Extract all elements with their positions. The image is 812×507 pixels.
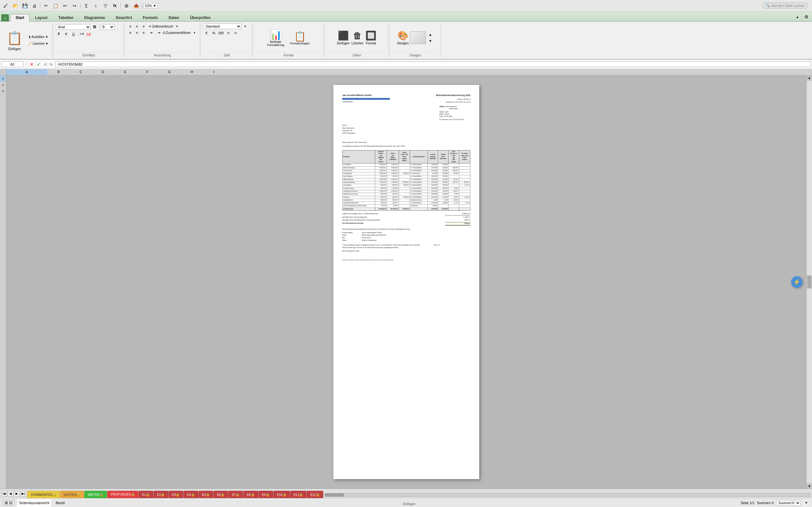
italic-button[interactable]: K bbox=[63, 31, 69, 37]
h-scroll-thumb[interactable] bbox=[325, 493, 344, 497]
col-header-f[interactable]: F bbox=[136, 69, 159, 75]
align-top-right[interactable]: ≡ bbox=[141, 23, 147, 29]
redo-button[interactable]: ↪ bbox=[70, 1, 79, 10]
tab-start[interactable]: Start bbox=[10, 14, 30, 21]
sheet-tab-stammdaten[interactable]: STAMMDATEN🔒 bbox=[27, 491, 60, 498]
fx-button[interactable]: fx bbox=[110, 1, 119, 10]
insert-button[interactable]: 📋 bbox=[3, 30, 26, 47]
align-bottom-right[interactable]: ≡ bbox=[141, 30, 147, 36]
indent-increase[interactable]: ⇥ bbox=[156, 30, 162, 36]
search-bar[interactable]: 🔍 Auf dem Blatt suchen bbox=[762, 3, 808, 9]
sheet-tab-e11[interactable]: E11🔒 bbox=[290, 491, 307, 498]
indent-decrease[interactable]: ⇤ bbox=[149, 30, 155, 36]
col-header-a[interactable]: A bbox=[6, 69, 48, 75]
sheet-tab-e12[interactable]: E12🔒 bbox=[307, 491, 323, 498]
tab-diagramme[interactable]: Diagramme bbox=[79, 14, 110, 21]
sheet-tab-e7[interactable]: E7🔒 bbox=[229, 491, 243, 498]
row-num-1[interactable]: 1 bbox=[0, 75, 6, 82]
formula-cancel-btn[interactable]: ✕ bbox=[29, 61, 35, 67]
font-color-btn[interactable]: A▼ bbox=[86, 31, 92, 37]
col-header-d[interactable]: D bbox=[92, 69, 114, 75]
horizontal-scrollbar[interactable] bbox=[324, 493, 811, 497]
sum-button[interactable]: Σ bbox=[82, 1, 91, 10]
thousands-btn[interactable]: 000 bbox=[218, 30, 224, 36]
sheet-tab-e1[interactable]: E1🔒 bbox=[139, 491, 153, 498]
sheet-tab-e5[interactable]: E5🔒 bbox=[199, 491, 213, 498]
filter-button[interactable]: ▽ bbox=[101, 1, 110, 10]
sheet-last-btn[interactable]: ▶| bbox=[20, 491, 26, 497]
undo-button[interactable]: ↩ bbox=[61, 1, 69, 10]
cell-reference[interactable] bbox=[1, 61, 23, 67]
sheet-tab-e8[interactable]: E8🔒 bbox=[243, 491, 258, 498]
font-bold-btn[interactable]: B bbox=[92, 23, 99, 30]
sheet-tab-mieter[interactable]: MIETER🔒 bbox=[84, 491, 107, 498]
col-header-h[interactable]: H bbox=[181, 69, 203, 75]
font-family-select[interactable]: Arial bbox=[56, 24, 91, 30]
sheet-first-btn[interactable]: |◀ bbox=[1, 491, 7, 497]
cells-delete-btn[interactable]: 🗑 Löschen bbox=[351, 31, 363, 45]
sheet-tab-e6[interactable]: E6🔒 bbox=[213, 491, 228, 498]
new-button[interactable]: 🖊 bbox=[1, 1, 10, 10]
table-button[interactable]: ⊞ bbox=[122, 1, 131, 10]
sheet-tab-pruefungen[interactable]: PRÜFUNGEN🔒 bbox=[107, 491, 138, 498]
sheet-prev-btn[interactable]: ◀ bbox=[8, 491, 13, 497]
wrap-dropdown[interactable]: ▼ bbox=[174, 23, 180, 29]
sheet-tab-e4[interactable]: E4🔒 bbox=[183, 491, 198, 498]
ribbon-options-btn[interactable]: ⚙ bbox=[802, 12, 811, 21]
percent-btn[interactable]: % bbox=[211, 30, 217, 36]
bold-button[interactable]: F bbox=[56, 31, 62, 37]
align-top-left[interactable]: ≡ bbox=[127, 23, 134, 29]
number-format-dropdown[interactable]: ▼ bbox=[242, 23, 248, 29]
sheet-tab-kosten[interactable]: KOSTEN🔒 bbox=[60, 491, 84, 498]
formula-confirm-btn[interactable]: ✓ bbox=[36, 61, 42, 67]
design-up[interactable]: ▲ bbox=[427, 32, 434, 38]
decimal-decrease[interactable]: .0↓ bbox=[233, 30, 239, 36]
align-bottom-center[interactable]: ≡ bbox=[134, 30, 140, 36]
col-header-b[interactable]: B bbox=[48, 69, 70, 75]
save-button[interactable]: 💾 bbox=[20, 1, 29, 10]
fill-button[interactable]: ⬇ Ausfüllen ▼ bbox=[27, 34, 50, 40]
highlight-color-btn[interactable]: A▼ bbox=[79, 31, 85, 37]
formula-input[interactable] bbox=[55, 61, 811, 67]
tab-layout[interactable]: Layout bbox=[30, 14, 53, 21]
align-top-center[interactable]: ≡ bbox=[134, 23, 140, 29]
row-num-3[interactable]: 3 bbox=[0, 88, 6, 95]
sheet-tab-e10[interactable]: E10🔒 bbox=[273, 491, 290, 498]
open-button[interactable]: 📂 bbox=[11, 1, 20, 10]
vertical-scrollbar[interactable]: ▲ ▼ bbox=[806, 75, 812, 489]
designs-btn[interactable]: 🎨 Designs bbox=[397, 31, 409, 45]
cut-button[interactable]: ✂ bbox=[42, 1, 50, 10]
home-icon[interactable]: ⌂ bbox=[1, 14, 9, 21]
row-num-2[interactable]: 2 bbox=[0, 82, 6, 88]
print-button[interactable]: 🖨 bbox=[30, 1, 39, 10]
sheet-tab-e9[interactable]: E9🔒 bbox=[258, 491, 273, 498]
export-button[interactable]: 📤 bbox=[132, 1, 141, 10]
col-header-e[interactable]: E bbox=[114, 69, 136, 75]
scroll-up-btn[interactable]: ▲ bbox=[807, 75, 812, 80]
format-templates-btn[interactable]: 📋 Formatvorlagen bbox=[288, 29, 312, 47]
sheet-next-btn[interactable]: ▶ bbox=[14, 491, 20, 497]
tab-smartart[interactable]: SmartArt bbox=[110, 14, 137, 21]
zoom-control[interactable]: 53% ▼ bbox=[143, 3, 158, 8]
formula-expand-btn[interactable]: ◁ bbox=[43, 62, 47, 66]
scroll-thumb[interactable] bbox=[807, 276, 811, 288]
col-header-c[interactable]: C bbox=[70, 69, 92, 75]
underline-button[interactable]: U bbox=[70, 31, 77, 37]
decimal-increase[interactable]: .0↑ bbox=[225, 30, 232, 36]
merge-dropdown[interactable]: ▼ bbox=[191, 30, 198, 36]
delete-button[interactable]: 🧹 Löschen ▼ bbox=[27, 41, 50, 46]
sheet-tab-e3[interactable]: E3🔒 bbox=[168, 491, 183, 498]
col-header-g[interactable]: G bbox=[159, 69, 181, 75]
floating-action-btn[interactable]: ⚡ bbox=[791, 276, 803, 288]
tab-daten[interactable]: Daten bbox=[163, 14, 185, 21]
tab-formeln[interactable]: Formeln bbox=[137, 14, 163, 21]
cells-format-btn[interactable]: 🔲 Format bbox=[365, 31, 376, 45]
cells-insert-btn[interactable]: ⬛ Einfügen bbox=[337, 31, 349, 45]
tab-tabellen[interactable]: Tabellen bbox=[53, 14, 79, 21]
scroll-down-btn[interactable]: ▼ bbox=[807, 484, 812, 489]
ribbon-collapse-btn[interactable]: ▲ bbox=[793, 12, 802, 21]
font-size-select[interactable]: B bbox=[100, 24, 114, 30]
conditional-format-btn[interactable]: 📊 BedingteFormatierung bbox=[265, 27, 287, 48]
sheet-content[interactable]: Jan Arnoldi-Möbelt GmbH 13468 Berlin Bet… bbox=[6, 75, 806, 489]
sheet-tab-e2[interactable]: E2🔒 bbox=[154, 491, 168, 498]
